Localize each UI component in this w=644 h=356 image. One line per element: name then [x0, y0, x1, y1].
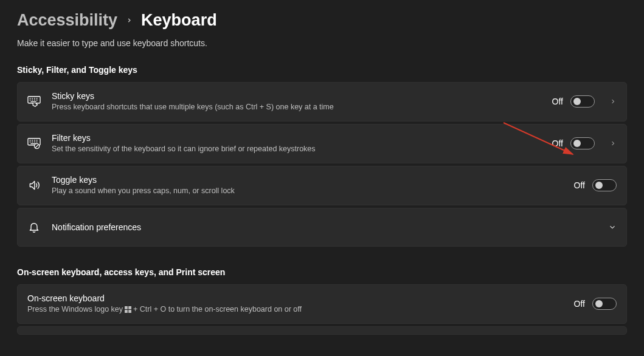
- chevron-right-icon[interactable]: [609, 140, 617, 147]
- svg-rect-22: [125, 306, 128, 309]
- sticky-keys-state: Off: [552, 97, 563, 106]
- breadcrumb-parent-link[interactable]: Accessibility: [17, 11, 117, 30]
- sticky-keys-sub: Press keyboard shortcuts that use multip…: [52, 102, 541, 112]
- filter-keys-toggle[interactable]: [570, 137, 595, 149]
- section-title-osk: On-screen keyboard, access keys, and Pri…: [17, 267, 627, 277]
- sound-icon: [27, 179, 41, 191]
- filter-keys-sub: Set the sensitivity of the keyboard so i…: [52, 144, 541, 154]
- osk-title: On-screen keyboard: [27, 293, 574, 303]
- chevron-down-icon[interactable]: [608, 223, 617, 231]
- sticky-keys-toggle[interactable]: [570, 95, 595, 108]
- sticky-keys-row[interactable]: Sticky keys Press keyboard shortcuts tha…: [17, 82, 627, 122]
- toggle-keys-state: Off: [574, 180, 585, 190]
- osk-toggle[interactable]: [592, 298, 617, 310]
- filter-keys-state: Off: [552, 139, 563, 148]
- svg-rect-25: [128, 310, 131, 313]
- keyboard-block-icon: [27, 137, 41, 149]
- toggle-keys-sub: Play a sound when you press caps, num, o…: [52, 186, 563, 196]
- sticky-keys-title: Sticky keys: [52, 91, 541, 101]
- filter-keys-title: Filter keys: [52, 133, 541, 143]
- osk-sub: Press the Windows logo key + Ctrl + O to…: [27, 304, 574, 315]
- section-title-sticky: Sticky, Filter, and Toggle keys: [17, 65, 627, 75]
- page-description: Make it easier to type and use keyboard …: [17, 38, 627, 48]
- toggle-keys-row[interactable]: Toggle keys Play a sound when you press …: [17, 166, 627, 205]
- svg-rect-24: [125, 310, 128, 313]
- filter-keys-row[interactable]: Filter keys Set the sensitivity of the k…: [17, 124, 627, 163]
- osk-state: Off: [574, 299, 585, 309]
- windows-logo-icon: [125, 306, 131, 313]
- chevron-right-icon[interactable]: [609, 98, 617, 105]
- keyboard-hand-icon: [27, 95, 41, 108]
- svg-rect-23: [128, 306, 131, 309]
- notification-preferences-row[interactable]: Notification preferences: [17, 208, 627, 247]
- notification-preferences-title: Notification preferences: [52, 222, 597, 232]
- toggle-keys-title: Toggle keys: [52, 175, 563, 185]
- chevron-right-icon: [126, 17, 133, 24]
- next-row-partial[interactable]: [17, 326, 627, 335]
- page-title: Keyboard: [141, 11, 217, 30]
- bell-icon: [27, 221, 41, 233]
- toggle-keys-toggle[interactable]: [592, 179, 617, 191]
- osk-row[interactable]: On-screen keyboard Press the Windows log…: [17, 284, 627, 324]
- breadcrumb: Accessibility Keyboard: [17, 11, 627, 30]
